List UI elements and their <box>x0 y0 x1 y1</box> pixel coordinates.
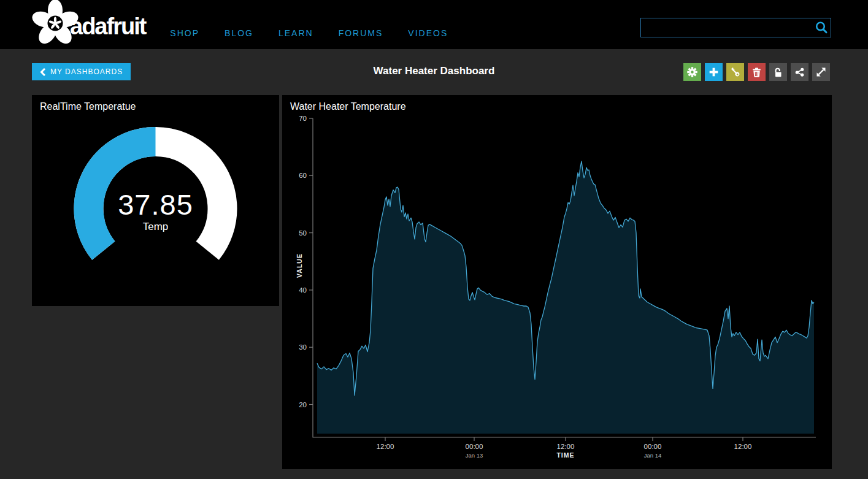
svg-text:40: 40 <box>299 286 307 294</box>
top-navbar: adafruit SHOP BLOG LEARN FORUMS VIDEOS <box>0 0 868 49</box>
expand-icon <box>816 67 826 77</box>
temperature-area-chart: 70605040302012:0000:00Jan 1312:0000:00Ja… <box>282 95 832 469</box>
fullscreen-button[interactable] <box>812 63 830 81</box>
search-input[interactable] <box>641 18 812 37</box>
svg-text:70: 70 <box>299 115 307 122</box>
share-icon <box>794 67 805 77</box>
search-button[interactable] <box>812 19 831 36</box>
gear-icon <box>686 66 698 78</box>
brand-text: adafruit <box>70 13 145 40</box>
svg-text:Jan 14: Jan 14 <box>644 452 662 459</box>
trash-icon <box>752 67 761 77</box>
dashboard-settings-button[interactable] <box>683 63 701 81</box>
svg-text:TIME: TIME <box>556 451 574 459</box>
search-icon <box>814 20 829 35</box>
svg-text:12:00: 12:00 <box>377 443 394 450</box>
gauge-block: RealTime Temperatue 37.85 Temp <box>32 95 279 306</box>
privacy-button[interactable] <box>769 63 787 81</box>
key-icon <box>729 66 741 78</box>
main-nav: SHOP BLOG LEARN FORUMS VIDEOS <box>170 28 448 38</box>
gauge-unit-label: Temp <box>32 221 279 233</box>
share-button[interactable] <box>791 63 808 81</box>
dashboard-header: MY DASHBOARDS Water Heater Dashboard <box>0 49 868 95</box>
svg-text:Jan 13: Jan 13 <box>466 452 483 459</box>
gauge-value: 37.85 <box>32 188 279 221</box>
nav-link-blog[interactable]: BLOG <box>225 28 253 38</box>
svg-text:VALUE: VALUE <box>296 253 303 278</box>
dashboard-toolbar <box>683 63 830 81</box>
search-box <box>640 18 831 37</box>
svg-text:00:00: 00:00 <box>466 443 483 450</box>
nav-link-videos[interactable]: VIDEOS <box>408 28 448 38</box>
svg-text:20: 20 <box>299 401 307 408</box>
svg-text:00:00: 00:00 <box>644 443 662 450</box>
chart-block: Water Heater Temperature 70605040302012:… <box>282 95 832 469</box>
nav-link-learn[interactable]: LEARN <box>278 28 313 38</box>
unlock-icon <box>774 67 783 77</box>
add-block-button[interactable] <box>705 63 723 81</box>
plus-icon <box>709 67 719 77</box>
delete-dashboard-button[interactable] <box>748 63 766 81</box>
adafruit-logo[interactable]: adafruit <box>31 0 145 50</box>
nav-link-forums[interactable]: FORUMS <box>339 28 383 38</box>
svg-text:12:00: 12:00 <box>734 443 752 450</box>
svg-text:12:00: 12:00 <box>557 443 575 450</box>
nav-link-shop[interactable]: SHOP <box>170 28 199 38</box>
svg-text:60: 60 <box>299 172 307 179</box>
svg-text:30: 30 <box>299 343 307 351</box>
api-key-button[interactable] <box>726 63 744 81</box>
svg-text:50: 50 <box>299 229 307 237</box>
